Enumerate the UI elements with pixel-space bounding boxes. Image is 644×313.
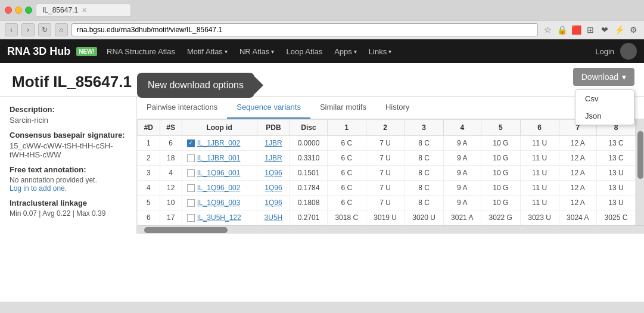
cell-2: 3019 U bbox=[366, 210, 405, 225]
pdb-link[interactable]: 1JBR bbox=[265, 139, 282, 147]
cell-4: 9 A bbox=[443, 181, 481, 196]
cell-s: 6 bbox=[160, 136, 182, 151]
home-button[interactable]: ⌂ bbox=[55, 23, 68, 36]
row-checkbox[interactable] bbox=[187, 184, 195, 192]
col-header-3: 3 bbox=[405, 120, 443, 136]
star-icon[interactable]: ☆ bbox=[542, 24, 553, 36]
tab-similar-motifs[interactable]: Similar motifs bbox=[310, 97, 376, 119]
cell-pdb: 3U5H bbox=[257, 210, 290, 225]
table-container: #D #S Loop id PDB Disc 1 2 3 4 5 6 bbox=[137, 119, 644, 225]
cell-s: 17 bbox=[160, 210, 182, 225]
cell-loop-id: IL_1Q96_001 bbox=[182, 166, 257, 181]
col-header-s: #S bbox=[160, 120, 182, 136]
cell-6: 11 U bbox=[520, 151, 559, 166]
toolbar-icons: ☆ 🔒 🟥 ⊞ ❤ ⚡ ⚙ bbox=[542, 24, 639, 36]
cell-5: 10 G bbox=[481, 181, 520, 196]
download-json-option[interactable]: Json bbox=[575, 107, 634, 125]
cell-4: 9 A bbox=[443, 136, 481, 151]
back-button[interactable]: ‹ bbox=[5, 23, 18, 36]
tab-history[interactable]: History bbox=[376, 97, 419, 119]
close-window-button[interactable] bbox=[5, 7, 12, 14]
data-table: #D #S Loop id PDB Disc 1 2 3 4 5 6 bbox=[137, 119, 636, 225]
browser-tab[interactable]: IL_85647.1 ✕ bbox=[36, 4, 131, 17]
forward-button[interactable]: › bbox=[21, 23, 35, 36]
row-checkbox[interactable] bbox=[187, 214, 195, 222]
tab-close-button[interactable]: ✕ bbox=[82, 7, 87, 14]
cell-7: 3024 A bbox=[559, 210, 596, 225]
address-bar[interactable] bbox=[71, 23, 538, 36]
cell-disc: 0.0000 bbox=[290, 136, 328, 151]
col-header-1: 1 bbox=[327, 120, 366, 136]
refresh-button[interactable]: ↻ bbox=[38, 23, 51, 36]
browser-chrome: IL_85647.1 ✕ ‹ › ↻ ⌂ ☆ 🔒 🟥 ⊞ ❤ ⚡ ⚙ bbox=[0, 0, 644, 39]
download-csv-option[interactable]: Csv bbox=[575, 90, 634, 107]
col-header-2: 2 bbox=[366, 120, 405, 136]
cell-disc: 0.1784 bbox=[290, 181, 328, 196]
extension2-icon[interactable]: 🟥 bbox=[570, 24, 582, 36]
sidebar-freetext-link[interactable]: Log in to add one. bbox=[10, 184, 127, 193]
row-checkbox[interactable]: ✓ bbox=[187, 140, 195, 147]
sidebar-desc-label: Description: bbox=[10, 105, 127, 114]
row-checkbox[interactable] bbox=[187, 154, 195, 162]
cell-loop-id: IL_1JBR_001 bbox=[182, 151, 257, 166]
links-caret-icon: ▾ bbox=[388, 48, 391, 55]
h-scroll-thumb[interactable] bbox=[144, 227, 228, 233]
cell-8: 13 U bbox=[596, 166, 635, 181]
pdb-link[interactable]: 1Q96 bbox=[265, 184, 282, 192]
table-wrapper: #D #S Loop id PDB Disc 1 2 3 4 5 6 bbox=[137, 119, 636, 225]
cell-loop-id: IL_3U5H_122 bbox=[182, 210, 257, 225]
motif-atlas-caret-icon: ▾ bbox=[225, 48, 228, 55]
extension5-icon[interactable]: ⚡ bbox=[613, 24, 625, 36]
nav-apps[interactable]: Apps ▾ bbox=[328, 39, 363, 63]
loop-id-link[interactable]: IL_1Q96_001 bbox=[197, 169, 241, 177]
cell-d: 1 bbox=[138, 136, 160, 151]
pdb-link[interactable]: 1Q96 bbox=[265, 169, 282, 177]
nav-links[interactable]: Links ▾ bbox=[363, 39, 397, 63]
tab-sequence-variants[interactable]: Sequence variants bbox=[227, 97, 310, 119]
extension3-icon[interactable]: ⊞ bbox=[584, 24, 596, 36]
cell-s: 12 bbox=[160, 181, 182, 196]
pdb-link[interactable]: 3U5H bbox=[265, 213, 283, 222]
cell-5: 10 G bbox=[481, 136, 520, 151]
nav-rna-structure-atlas[interactable]: RNA Structure Atlas bbox=[101, 39, 181, 63]
cell-6: 11 U bbox=[520, 166, 559, 181]
nav-loop-atlas[interactable]: Loop Atlas bbox=[280, 39, 328, 63]
loop-id-link[interactable]: IL_1Q96_002 bbox=[197, 184, 241, 192]
extension4-icon[interactable]: ❤ bbox=[599, 24, 611, 36]
loop-id-link[interactable]: IL_1JBR_002 bbox=[197, 139, 241, 147]
nav-motif-atlas[interactable]: Motif Atlas ▾ bbox=[181, 39, 234, 63]
vertical-scrollbar[interactable] bbox=[636, 119, 644, 225]
sidebar-consensus-label: Consensus basepair signature: bbox=[10, 131, 127, 140]
cell-3: 8 C bbox=[405, 151, 443, 166]
cell-2: 7 U bbox=[366, 181, 405, 196]
tab-pairwise-interactions[interactable]: Pairwise interactions bbox=[137, 97, 227, 119]
row-checkbox[interactable] bbox=[187, 199, 195, 207]
loop-id-link[interactable]: IL_1Q96_003 bbox=[197, 199, 241, 207]
table-row: 2 18 IL_1JBR_001 1JBR 0.3310 6 C 7 U 8 C… bbox=[138, 151, 636, 166]
avatar bbox=[620, 43, 637, 60]
cell-s: 4 bbox=[160, 166, 182, 181]
download-area: Download ▾ Csv Json bbox=[573, 68, 634, 86]
scroll-thumb[interactable] bbox=[637, 131, 643, 179]
nav-login[interactable]: Login bbox=[595, 47, 614, 56]
pdb-link[interactable]: 1Q96 bbox=[265, 199, 282, 207]
maximize-window-button[interactable] bbox=[25, 7, 32, 14]
horizontal-scrollbar[interactable] bbox=[137, 225, 644, 234]
extension-icon[interactable]: 🔒 bbox=[556, 24, 568, 36]
download-button[interactable]: Download ▾ bbox=[573, 68, 634, 86]
col-header-pdb: PDB bbox=[257, 120, 290, 136]
cell-8: 13 C bbox=[596, 151, 635, 166]
row-checkbox[interactable] bbox=[187, 169, 195, 177]
minimize-window-button[interactable] bbox=[15, 7, 22, 14]
cell-7: 12 A bbox=[559, 151, 596, 166]
cell-pdb: 1Q96 bbox=[257, 181, 290, 196]
loop-id-link[interactable]: IL_3U5H_122 bbox=[197, 213, 241, 222]
cell-5: 10 G bbox=[481, 196, 520, 210]
cell-3: 8 C bbox=[405, 166, 443, 181]
pdb-link[interactable]: 1JBR bbox=[265, 154, 282, 162]
col-header-disc: Disc bbox=[290, 120, 328, 136]
cell-6: 3023 U bbox=[520, 210, 559, 225]
extension6-icon[interactable]: ⚙ bbox=[627, 24, 639, 36]
loop-id-link[interactable]: IL_1JBR_001 bbox=[197, 154, 241, 162]
nav-nr-atlas[interactable]: NR Atlas ▾ bbox=[234, 39, 281, 63]
